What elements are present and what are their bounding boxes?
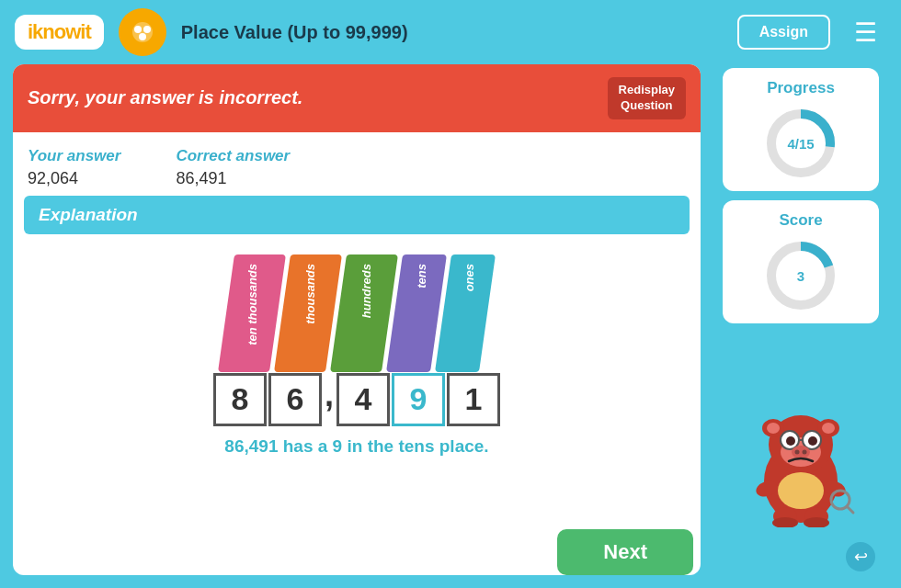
digit-4: 4	[336, 373, 390, 426]
mascot-svg	[741, 380, 861, 527]
svg-point-21	[795, 450, 800, 455]
correct-answer-label: Correct answer	[176, 147, 290, 165]
svg-point-13	[822, 423, 835, 434]
next-btn-row: Next	[13, 522, 701, 575]
svg-point-2	[143, 26, 151, 33]
progress-donut: 4/15	[764, 107, 838, 180]
correct-answer-value: 86,491	[176, 169, 290, 188]
svg-point-1	[134, 26, 142, 33]
banners-row: ten thousands thousands hundreds tens on…	[226, 243, 487, 372]
your-answer-block: Your answer 92,064	[28, 147, 120, 188]
comma: ,	[325, 376, 334, 424]
next-button[interactable]: Next	[557, 529, 693, 575]
incorrect-text: Sorry, your answer is incorrect.	[28, 87, 302, 108]
lesson-icon	[119, 8, 166, 56]
right-panel: Progress 4/15 Score 3	[713, 64, 888, 575]
logo: iknowit	[15, 15, 104, 50]
score-box: Score 3	[723, 200, 879, 323]
redisplay-button[interactable]: RedisplayQuestion	[608, 77, 686, 119]
svg-point-23	[778, 472, 824, 509]
score-label: Score	[779, 211, 822, 230]
progress-label: Progress	[767, 79, 835, 97]
logo-text: iknowit	[28, 20, 91, 43]
digit-9-highlighted: 9	[392, 373, 445, 426]
back-arrow-icon[interactable]: ↩	[846, 542, 875, 571]
score-donut: 3	[764, 239, 838, 312]
your-answer-value: 92,064	[28, 169, 120, 188]
place-value-container: ten thousands thousands hundreds tens on…	[13, 243, 701, 522]
correct-answer-block: Correct answer 86,491	[176, 147, 290, 188]
progress-value: 4/15	[787, 136, 814, 152]
svg-point-3	[139, 33, 146, 40]
answer-row: Your answer 92,064 Correct answer 86,491	[13, 132, 701, 196]
svg-line-31	[847, 506, 853, 513]
lesson-title: Place Value (Up to 99,999)	[181, 22, 723, 43]
progress-box: Progress 4/15	[723, 68, 879, 191]
svg-point-20	[792, 446, 810, 458]
svg-point-12	[767, 423, 780, 434]
explanation-title: Explanation	[39, 205, 138, 224]
explanation-sentence: 86,491 has a 9 in the tens place.	[224, 427, 488, 462]
mascot-area: ↩	[723, 333, 879, 575]
digit-1: 1	[447, 373, 500, 426]
digit-8: 8	[213, 373, 267, 426]
score-value: 3	[797, 268, 804, 284]
digit-6: 6	[268, 373, 322, 426]
main-layout: Sorry, your answer is incorrect. Redispl…	[0, 64, 901, 588]
left-panel: Sorry, your answer is incorrect. Redispl…	[13, 64, 701, 575]
your-answer-label: Your answer	[28, 147, 120, 165]
svg-point-17	[786, 436, 795, 446]
incorrect-banner: Sorry, your answer is incorrect. Redispl…	[13, 64, 701, 132]
explanation-header: Explanation	[24, 196, 690, 234]
hamburger-button[interactable]: ☰	[845, 14, 886, 51]
assign-button[interactable]: Assign	[737, 15, 830, 50]
svg-point-22	[803, 450, 807, 455]
header: iknowit Place Value (Up to 99,999) Assig…	[0, 0, 901, 64]
digits-row: 8 6 , 4 9 1	[212, 372, 501, 427]
svg-point-18	[808, 436, 817, 446]
